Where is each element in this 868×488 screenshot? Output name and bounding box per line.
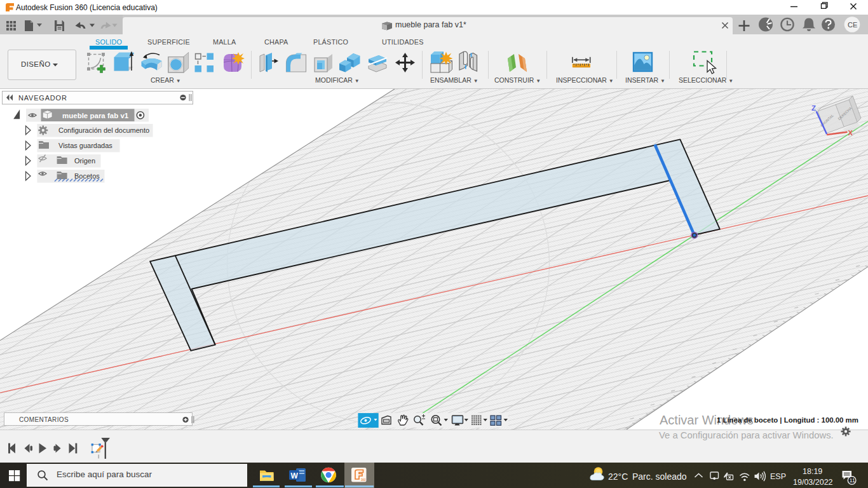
svg-text:CE: CE (848, 21, 857, 29)
svg-text:360: 360 (361, 478, 366, 482)
svg-text:mueble para fab v1: mueble para fab v1 (62, 112, 129, 119)
svg-text:NAVEGADOR: NAVEGADOR (18, 94, 67, 102)
svg-text:19/03/2022: 19/03/2022 (793, 478, 833, 487)
svg-text:Origen: Origen (74, 157, 95, 165)
svg-text:Z: Z (811, 104, 816, 112)
svg-text:Vistas guardadas: Vistas guardadas (58, 142, 112, 149)
svg-text:Bocetos: Bocetos (74, 172, 100, 180)
svg-text:X: X (848, 129, 853, 137)
svg-text:11: 11 (850, 477, 855, 484)
svg-text:Parc. soleado: Parc. soleado (632, 471, 687, 482)
svg-text:W: W (291, 471, 299, 480)
svg-text:18:19: 18:19 (803, 467, 822, 476)
svg-text:22°C: 22°C (608, 471, 628, 482)
svg-text:ESP: ESP (770, 472, 786, 481)
svg-text:Configuración del documento: Configuración del documento (58, 126, 149, 134)
